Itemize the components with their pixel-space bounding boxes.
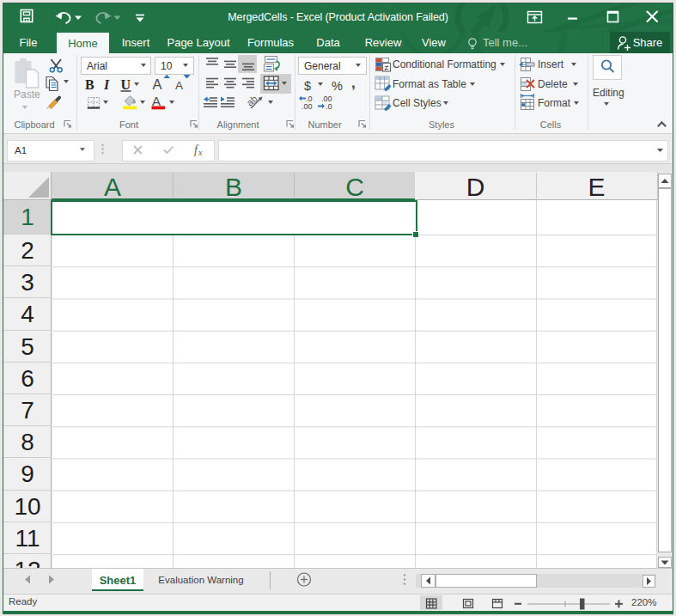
svg-text:A: A [153,76,162,92]
svg-text:U: U [121,77,131,92]
svg-text:A: A [175,79,183,92]
svg-text:x: x [198,148,203,157]
svg-text:A: A [152,94,161,108]
svg-text:%: % [332,79,343,93]
svg-text:,: , [351,75,356,91]
svg-text:B: B [85,77,94,92]
svg-text:≠: ≠ [384,63,388,72]
svg-text:ab: ab [245,93,259,107]
svg-text:.0: .0 [326,102,332,111]
svg-text:$: $ [304,79,311,93]
svg-text:I: I [103,77,110,92]
svg-text:.00: .00 [301,102,313,111]
